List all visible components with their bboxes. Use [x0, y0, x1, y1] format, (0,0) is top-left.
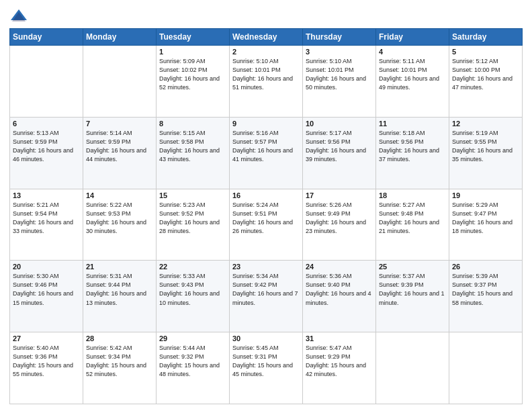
day-cell: 20Sunrise: 5:30 AM Sunset: 9:46 PM Dayli…	[10, 261, 83, 332]
day-cell: 15Sunrise: 5:23 AM Sunset: 9:52 PM Dayli…	[157, 189, 230, 261]
day-number: 28	[86, 334, 153, 342]
day-info: Sunrise: 5:42 AM Sunset: 9:34 PM Dayligh…	[86, 344, 153, 379]
day-cell: 16Sunrise: 5:24 AM Sunset: 9:51 PM Dayli…	[230, 189, 303, 261]
day-number: 3	[306, 48, 373, 56]
day-cell: 9Sunrise: 5:16 AM Sunset: 9:57 PM Daylig…	[230, 117, 303, 189]
day-cell	[10, 46, 83, 118]
day-number: 13	[13, 191, 80, 199]
day-number: 2	[232, 48, 300, 56]
day-cell: 21Sunrise: 5:31 AM Sunset: 9:44 PM Dayli…	[83, 261, 157, 332]
day-info: Sunrise: 5:37 AM Sunset: 9:39 PM Dayligh…	[379, 272, 446, 307]
day-cell: 6Sunrise: 5:13 AM Sunset: 9:59 PM Daylig…	[10, 117, 83, 189]
day-info: Sunrise: 5:27 AM Sunset: 9:48 PM Dayligh…	[379, 201, 446, 236]
day-info: Sunrise: 5:16 AM Sunset: 9:57 PM Dayligh…	[232, 129, 300, 164]
day-number: 7	[86, 120, 153, 128]
day-number: 11	[379, 120, 446, 128]
week-row-3: 13Sunrise: 5:21 AM Sunset: 9:54 PM Dayli…	[10, 189, 523, 261]
day-cell: 4Sunrise: 5:11 AM Sunset: 10:01 PM Dayli…	[376, 46, 449, 118]
weekday-header-sunday: Sunday	[10, 29, 83, 46]
day-info: Sunrise: 5:22 AM Sunset: 9:53 PM Dayligh…	[86, 201, 153, 236]
day-info: Sunrise: 5:12 AM Sunset: 10:00 PM Daylig…	[452, 57, 519, 92]
day-info: Sunrise: 5:45 AM Sunset: 9:31 PM Dayligh…	[232, 344, 300, 379]
weekday-header-row: SundayMondayTuesdayWednesdayThursdayFrid…	[10, 29, 523, 46]
day-cell: 26Sunrise: 5:39 AM Sunset: 9:37 PM Dayli…	[449, 261, 523, 332]
day-info: Sunrise: 5:10 AM Sunset: 10:01 PM Daylig…	[306, 57, 373, 92]
day-cell	[83, 46, 157, 118]
day-number: 16	[232, 191, 300, 199]
day-number: 9	[232, 120, 300, 128]
day-cell: 17Sunrise: 5:26 AM Sunset: 9:49 PM Dayli…	[303, 189, 376, 261]
day-number: 30	[232, 334, 300, 342]
day-cell: 1Sunrise: 5:09 AM Sunset: 10:02 PM Dayli…	[157, 46, 230, 118]
day-cell	[376, 332, 449, 404]
day-number: 27	[13, 334, 80, 342]
day-cell: 14Sunrise: 5:22 AM Sunset: 9:53 PM Dayli…	[83, 189, 157, 261]
day-cell: 13Sunrise: 5:21 AM Sunset: 9:54 PM Dayli…	[10, 189, 83, 261]
day-info: Sunrise: 5:44 AM Sunset: 9:32 PM Dayligh…	[159, 344, 226, 379]
day-info: Sunrise: 5:23 AM Sunset: 9:52 PM Dayligh…	[159, 201, 226, 236]
day-number: 6	[13, 120, 80, 128]
day-number: 8	[159, 120, 226, 128]
day-info: Sunrise: 5:09 AM Sunset: 10:02 PM Daylig…	[159, 57, 226, 92]
day-number: 15	[159, 191, 226, 199]
day-number: 1	[159, 48, 226, 56]
weekday-header-saturday: Saturday	[449, 29, 523, 46]
day-info: Sunrise: 5:21 AM Sunset: 9:54 PM Dayligh…	[13, 201, 80, 236]
day-cell: 29Sunrise: 5:44 AM Sunset: 9:32 PM Dayli…	[157, 332, 230, 404]
day-cell: 11Sunrise: 5:18 AM Sunset: 9:56 PM Dayli…	[376, 117, 449, 189]
day-number: 4	[379, 48, 446, 56]
day-cell: 12Sunrise: 5:19 AM Sunset: 9:55 PM Dayli…	[449, 117, 523, 189]
day-number: 22	[159, 263, 226, 271]
day-number: 20	[13, 263, 80, 271]
weekday-header-friday: Friday	[376, 29, 449, 46]
day-info: Sunrise: 5:40 AM Sunset: 9:36 PM Dayligh…	[13, 344, 80, 379]
day-cell: 18Sunrise: 5:27 AM Sunset: 9:48 PM Dayli…	[376, 189, 449, 261]
day-info: Sunrise: 5:14 AM Sunset: 9:59 PM Dayligh…	[86, 129, 153, 164]
logo	[9, 7, 31, 26]
day-number: 19	[452, 191, 519, 199]
day-number: 17	[306, 191, 373, 199]
day-info: Sunrise: 5:39 AM Sunset: 9:37 PM Dayligh…	[452, 272, 519, 307]
day-cell: 7Sunrise: 5:14 AM Sunset: 9:59 PM Daylig…	[83, 117, 157, 189]
weekday-header-tuesday: Tuesday	[157, 29, 230, 46]
day-number: 14	[86, 191, 153, 199]
week-row-5: 27Sunrise: 5:40 AM Sunset: 9:36 PM Dayli…	[10, 332, 523, 404]
day-number: 5	[452, 48, 519, 56]
day-cell: 27Sunrise: 5:40 AM Sunset: 9:36 PM Dayli…	[10, 332, 83, 404]
day-cell: 31Sunrise: 5:47 AM Sunset: 9:29 PM Dayli…	[303, 332, 376, 404]
page: SundayMondayTuesdayWednesdayThursdayFrid…	[0, 0, 532, 411]
day-number: 21	[86, 263, 153, 271]
day-number: 10	[306, 120, 373, 128]
day-cell: 19Sunrise: 5:29 AM Sunset: 9:47 PM Dayli…	[449, 189, 523, 261]
day-info: Sunrise: 5:15 AM Sunset: 9:58 PM Dayligh…	[159, 129, 226, 164]
day-cell: 30Sunrise: 5:45 AM Sunset: 9:31 PM Dayli…	[230, 332, 303, 404]
day-cell: 25Sunrise: 5:37 AM Sunset: 9:39 PM Dayli…	[376, 261, 449, 332]
day-info: Sunrise: 5:30 AM Sunset: 9:46 PM Dayligh…	[13, 272, 80, 307]
day-cell: 2Sunrise: 5:10 AM Sunset: 10:01 PM Dayli…	[230, 46, 303, 118]
weekday-header-thursday: Thursday	[303, 29, 376, 46]
day-info: Sunrise: 5:11 AM Sunset: 10:01 PM Daylig…	[379, 57, 446, 92]
day-cell: 8Sunrise: 5:15 AM Sunset: 9:58 PM Daylig…	[157, 117, 230, 189]
day-number: 29	[159, 334, 226, 342]
day-number: 26	[452, 263, 519, 271]
day-info: Sunrise: 5:18 AM Sunset: 9:56 PM Dayligh…	[379, 129, 446, 164]
day-number: 23	[232, 263, 300, 271]
day-cell: 5Sunrise: 5:12 AM Sunset: 10:00 PM Dayli…	[449, 46, 523, 118]
day-cell: 22Sunrise: 5:33 AM Sunset: 9:43 PM Dayli…	[157, 261, 230, 332]
day-info: Sunrise: 5:34 AM Sunset: 9:42 PM Dayligh…	[232, 272, 300, 307]
weekday-header-monday: Monday	[83, 29, 157, 46]
day-number: 25	[379, 263, 446, 271]
day-info: Sunrise: 5:26 AM Sunset: 9:49 PM Dayligh…	[306, 201, 373, 236]
day-number: 24	[306, 263, 373, 271]
day-info: Sunrise: 5:17 AM Sunset: 9:56 PM Dayligh…	[306, 129, 373, 164]
day-info: Sunrise: 5:13 AM Sunset: 9:59 PM Dayligh…	[13, 129, 80, 164]
day-cell: 10Sunrise: 5:17 AM Sunset: 9:56 PM Dayli…	[303, 117, 376, 189]
day-info: Sunrise: 5:29 AM Sunset: 9:47 PM Dayligh…	[452, 201, 519, 236]
day-cell: 28Sunrise: 5:42 AM Sunset: 9:34 PM Dayli…	[83, 332, 157, 404]
day-number: 12	[452, 120, 519, 128]
day-number: 18	[379, 191, 446, 199]
calendar-table: SundayMondayTuesdayWednesdayThursdayFrid…	[9, 28, 523, 404]
day-cell: 3Sunrise: 5:10 AM Sunset: 10:01 PM Dayli…	[303, 46, 376, 118]
day-cell	[449, 332, 523, 404]
week-row-4: 20Sunrise: 5:30 AM Sunset: 9:46 PM Dayli…	[10, 261, 523, 332]
